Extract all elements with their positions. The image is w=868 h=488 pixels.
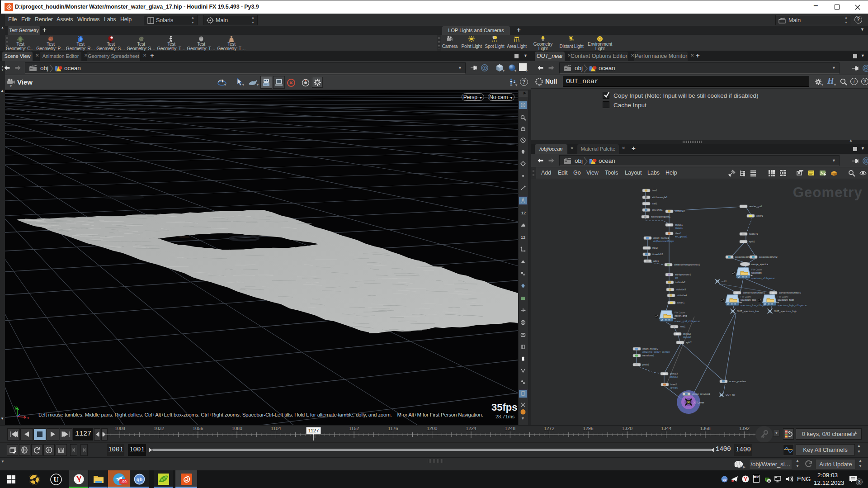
svg-text:objDemovanOrigin: objDemovanOrigin bbox=[653, 240, 674, 242]
svg-text:1104: 1104 bbox=[271, 427, 281, 431]
svg-text:File Cache: File Cache bbox=[751, 268, 762, 271]
svg-text:12: 12 bbox=[521, 235, 525, 240]
svg-text:File Cache: File Cache bbox=[778, 295, 788, 298]
svg-text:1248: 1248 bbox=[505, 427, 516, 431]
svg-text:1080: 1080 bbox=[231, 427, 242, 431]
svg-text:spectrum_high: spectrum_high bbox=[778, 298, 794, 301]
svg-text:File Cache: File Cache bbox=[741, 295, 751, 298]
svg-text:render_grid: render_grid bbox=[749, 205, 762, 208]
svg-text:group1: group1 bbox=[675, 223, 683, 226]
svg-text:particlefluidsurface2: particlefluidsurface2 bbox=[779, 291, 801, 294]
svg-text:timeshift1: timeshift1 bbox=[652, 208, 663, 211]
svg-text:1344: 1344 bbox=[661, 427, 672, 431]
svg-text:spectrum_high_v1.bgeo.sc: spectrum_high_v1.bgeo.sc bbox=[778, 304, 807, 307]
svg-text:1056: 1056 bbox=[193, 427, 203, 431]
svg-text:qb: qb bbox=[137, 477, 143, 482]
svg-text:tridivide1: tridivide1 bbox=[675, 210, 685, 213]
svg-text:group1: group1 bbox=[675, 227, 683, 229]
svg-text:clean1: clean1 bbox=[677, 301, 684, 304]
svg-text:1296: 1296 bbox=[583, 427, 594, 431]
svg-text:tridivide4: tridivide4 bbox=[677, 294, 687, 297]
svg-text:box1: box1 bbox=[652, 189, 657, 192]
svg-text:attribpromote1: attribpromote1 bbox=[675, 273, 691, 276]
svg-text:rest1: rest1 bbox=[680, 325, 685, 328]
svg-text:1152: 1152 bbox=[349, 427, 359, 431]
svg-text:1392: 1392 bbox=[739, 427, 750, 431]
svg-text:particlefluidsurface1: particlefluidsurface1 bbox=[743, 291, 765, 294]
svg-text:ocean_grid: ocean_grid bbox=[675, 314, 687, 317]
svg-text:blast1: blast1 bbox=[675, 232, 682, 235]
svg-text:group2: group2 bbox=[683, 336, 691, 338]
svg-text:set_group1: set_group1 bbox=[675, 235, 688, 238]
svg-text:group3: group3 bbox=[670, 375, 678, 378]
svg-text:null1: null1 bbox=[722, 280, 727, 283]
svg-text:trail2: trail2 bbox=[652, 246, 658, 249]
svg-text:timeshift2: timeshift2 bbox=[652, 253, 663, 256]
svg-text:transform1: transform1 bbox=[642, 354, 654, 357]
svg-text:ocean_grid_v1.bgeo.sc: ocean_grid_v1.bgeo.sc bbox=[675, 320, 700, 322]
svg-text:dis: dis bbox=[675, 276, 678, 279]
svg-text:qb: qb bbox=[722, 478, 726, 482]
svg-text:scatter1: scatter1 bbox=[749, 232, 758, 235]
svg-text:U: U bbox=[53, 476, 59, 483]
svg-text:split1: split1 bbox=[749, 240, 755, 243]
svg-text:tridivide3: tridivide3 bbox=[676, 288, 686, 291]
svg-text:group3: group3 bbox=[670, 372, 678, 375]
svg-text:1200: 1200 bbox=[427, 427, 438, 431]
svg-text:x: x bbox=[27, 416, 29, 420]
svg-text:group2: group2 bbox=[670, 386, 678, 389]
svg-text:12: 12 bbox=[521, 211, 526, 215]
svg-text:oceanspectrum2: oceanspectrum2 bbox=[759, 256, 778, 258]
svg-text:1176: 1176 bbox=[388, 427, 398, 431]
svg-text:color1: color1 bbox=[756, 214, 763, 217]
svg-text:OUT_far: OUT_far bbox=[726, 393, 735, 396]
svg-text:objpri_merge2: objpri_merge2 bbox=[642, 347, 658, 350]
svg-text:split2: split2 bbox=[686, 341, 692, 344]
svg-text:1008: 1008 bbox=[115, 427, 126, 431]
svg-text:OUT_near: OUT_near bbox=[693, 401, 704, 404]
svg-text:tridivide2: tridivide2 bbox=[675, 281, 685, 284]
svg-text:objDemo_swtDT_denton: objDemo_swtDT_denton bbox=[642, 351, 670, 353]
svg-text:1320: 1320 bbox=[622, 427, 633, 431]
svg-text:distancefromgeometry1: distancefromgeometry1 bbox=[674, 263, 700, 266]
svg-text:OUT_spectrum_high: OUT_spectrum_high bbox=[774, 310, 797, 313]
svg-text:OUT_spectrum_low: OUT_spectrum_low bbox=[737, 310, 759, 313]
svg-text:1272: 1272 bbox=[544, 427, 555, 431]
svg-text:1224: 1224 bbox=[466, 427, 476, 431]
svg-text:spectrum: spectrum bbox=[751, 271, 762, 274]
svg-text:ocean_preview1: ocean_preview1 bbox=[692, 393, 710, 395]
svg-text:objpri_merge1: objpri_merge1 bbox=[653, 237, 669, 239]
svg-text:File Cache: File Cache bbox=[675, 311, 685, 314]
svg-text:sdforcepolygons1: sdforcepolygons1 bbox=[651, 215, 670, 218]
svg-text:y: y bbox=[14, 405, 17, 409]
svg-text:peak1: peak1 bbox=[642, 363, 649, 366]
svg-text:1032: 1032 bbox=[154, 427, 165, 431]
svg-text:1368: 1368 bbox=[700, 427, 711, 431]
svg-text:attribwrangle1: attribwrangle1 bbox=[652, 196, 668, 199]
svg-text:trail1: trail1 bbox=[652, 202, 657, 205]
svg-text:ocean_preview: ocean_preview bbox=[729, 380, 746, 383]
svg-text:merge_spectra: merge_spectra bbox=[751, 263, 769, 265]
svg-text:spectrum_v1.bgeo.sc: spectrum_v1.bgeo.sc bbox=[751, 277, 775, 280]
svg-text:Geometry: Geometry bbox=[793, 185, 863, 200]
svg-text:blast2: blast2 bbox=[670, 383, 677, 386]
svg-text:add1: add1 bbox=[653, 260, 659, 262]
svg-text:spectrum_low: spectrum_low bbox=[741, 298, 756, 301]
svg-text:group2: group2 bbox=[683, 332, 691, 335]
